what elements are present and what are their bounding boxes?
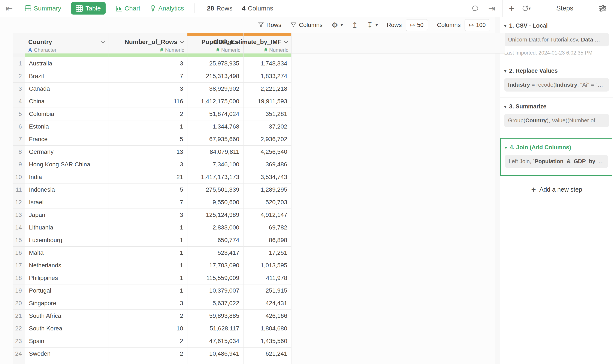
step-summary-pill[interactable]: Industry = recode(Industry, "Ai" = "… bbox=[504, 78, 609, 91]
population-cell[interactable]: 2,833,000 bbox=[187, 221, 244, 234]
population-cell[interactable]: 275,501,339 bbox=[187, 183, 244, 196]
gdp-cell[interactable]: 351,281 bbox=[244, 108, 292, 120]
filter-rows-button[interactable]: Rows bbox=[258, 22, 281, 28]
population-cell[interactable]: 650,774 bbox=[187, 234, 244, 247]
tab-analytics[interactable]: Analytics bbox=[150, 5, 184, 12]
step-summary-pill[interactable]: Unicorn Data for Tutorial.csv, Data … bbox=[504, 33, 609, 46]
population-cell[interactable]: 125,124,989 bbox=[187, 209, 244, 221]
rerun-steps-button[interactable]: ▾ bbox=[522, 5, 531, 12]
population-cell[interactable]: 10,379,007 bbox=[187, 285, 244, 297]
chevron-down-icon[interactable] bbox=[101, 41, 106, 43]
table-row[interactable]: 5 Colombia 2 51,874,024 351,281 bbox=[13, 108, 292, 120]
number-of-rows-cell[interactable]: 1 bbox=[109, 221, 187, 234]
number-of-rows-cell[interactable]: 1 bbox=[109, 259, 187, 272]
population-cell[interactable]: 51,874,024 bbox=[187, 108, 244, 120]
population-cell[interactable]: 1,344,768 bbox=[187, 120, 244, 133]
chevron-down-icon[interactable] bbox=[284, 41, 288, 43]
population-cell[interactable]: 9,550,600 bbox=[187, 196, 244, 209]
table-row[interactable]: 14 Lithuania 1 2,833,000 69,782 bbox=[13, 221, 292, 234]
country-cell[interactable]: Sweden bbox=[25, 348, 109, 360]
table-row[interactable] bbox=[13, 360, 292, 364]
number-of-rows-cell[interactable]: 1 bbox=[109, 285, 187, 297]
table-row[interactable]: 12 Israel 7 9,550,600 520,703 bbox=[13, 196, 292, 209]
gdp-cell[interactable]: 3,534,743 bbox=[244, 171, 292, 183]
table-row[interactable]: 11 Indonesia 5 275,501,339 1,289,295 bbox=[13, 183, 292, 196]
gdp-cell[interactable]: 411,978 bbox=[244, 272, 292, 285]
country-cell[interactable]: Portugal bbox=[25, 285, 109, 297]
table-row[interactable]: 7 France 5 67,935,660 2,936,702 bbox=[13, 133, 292, 146]
table-row[interactable]: 16 Malta 1 523,417 17,251 bbox=[13, 247, 292, 259]
gdp-cell[interactable]: 2,221,218 bbox=[244, 83, 292, 95]
column-header-country[interactable]: Country A Character bbox=[25, 33, 109, 53]
population-cell[interactable]: 7,346,100 bbox=[187, 158, 244, 171]
country-cell[interactable] bbox=[25, 360, 109, 364]
table-row[interactable]: 9 Hong Kong SAR China 3 7,346,100 369,48… bbox=[13, 158, 292, 171]
upload-button[interactable]: ↥ bbox=[352, 21, 358, 29]
column-header-number-of-rows[interactable]: Number_of_Rows # Numeric bbox=[109, 33, 187, 53]
population-cell[interactable]: 523,417 bbox=[187, 247, 244, 259]
gdp-cell[interactable]: 1,013,595 bbox=[244, 259, 292, 272]
table-settings-button[interactable]: ⚙ ▾ bbox=[332, 21, 343, 29]
triangle-down-icon[interactable]: ▾ bbox=[504, 23, 506, 28]
number-of-rows-cell[interactable]: 116 bbox=[109, 95, 187, 108]
gdp-cell[interactable]: 251,915 bbox=[244, 285, 292, 297]
number-of-rows-cell[interactable]: 21 bbox=[109, 171, 187, 183]
number-of-rows-cell[interactable]: 3 bbox=[109, 57, 187, 70]
table-row[interactable]: 10 India 21 1,417,173,173 3,534,743 bbox=[13, 171, 292, 183]
country-cell[interactable]: Brazil bbox=[25, 70, 109, 83]
gdp-cell[interactable]: 1,748,334 bbox=[244, 57, 292, 70]
gdp-cell[interactable]: 1,435,560 bbox=[244, 335, 292, 348]
number-of-rows-cell[interactable]: 1 bbox=[109, 234, 187, 247]
population-cell[interactable]: 67,935,660 bbox=[187, 133, 244, 146]
collapse-right-button[interactable]: ⇥ bbox=[488, 3, 495, 13]
country-cell[interactable]: Lithuania bbox=[25, 221, 109, 234]
country-cell[interactable]: France bbox=[25, 133, 109, 146]
number-of-rows-cell[interactable]: 3 bbox=[109, 209, 187, 221]
country-cell[interactable]: Canada bbox=[25, 83, 109, 95]
number-of-rows-cell[interactable]: 13 bbox=[109, 146, 187, 158]
table-row[interactable]: 2 Brazil 7 215,313,498 1,833,274 bbox=[13, 70, 292, 83]
population-cell[interactable]: 5,637,022 bbox=[187, 297, 244, 310]
gdp-cell[interactable]: 1,289,295 bbox=[244, 183, 292, 196]
country-cell[interactable]: Malta bbox=[25, 247, 109, 259]
table-row[interactable]: 8 Germany 13 84,079,811 4,256,540 bbox=[13, 146, 292, 158]
population-cell[interactable]: 84,079,811 bbox=[187, 146, 244, 158]
step-summarize[interactable]: ▾ 3. Summarize Group(Country), Value((Nu… bbox=[500, 98, 613, 133]
country-cell[interactable]: Spain bbox=[25, 335, 109, 348]
comment-button[interactable] bbox=[472, 5, 479, 12]
gdp-cell[interactable]: 19,911,593 bbox=[244, 95, 292, 108]
population-cell[interactable]: 47,615,034 bbox=[187, 335, 244, 348]
country-cell[interactable]: Germany bbox=[25, 146, 109, 158]
triangle-down-icon[interactable]: ▾ bbox=[505, 145, 507, 150]
table-row[interactable]: 13 Japan 3 125,124,989 4,912,147 bbox=[13, 209, 292, 221]
gdp-cell[interactable]: 2,936,702 bbox=[244, 133, 292, 146]
table-row[interactable]: 19 Portugal 1 10,379,007 251,915 bbox=[13, 285, 292, 297]
country-cell[interactable]: Indonesia bbox=[25, 183, 109, 196]
tab-table[interactable]: Table bbox=[71, 2, 106, 14]
gdp-cell[interactable]: 426,166 bbox=[244, 310, 292, 322]
table-row[interactable]: 4 China 116 1,412,175,000 19,911,593 bbox=[13, 95, 292, 108]
country-cell[interactable]: South Korea bbox=[25, 322, 109, 335]
number-of-rows-cell[interactable]: 3 bbox=[109, 83, 187, 95]
step-title-row[interactable]: ▾ 4. Join (Add Columns) bbox=[505, 144, 608, 151]
filter-columns-button[interactable]: Columns bbox=[291, 22, 322, 28]
step-title-row[interactable]: ▾ 3. Summarize bbox=[504, 103, 609, 110]
population-cell[interactable]: 1,412,175,000 bbox=[187, 95, 244, 108]
step-csv-local[interactable]: ▾ 1. CSV - Local Unicorn Data for Tutori… bbox=[500, 17, 613, 62]
step-join-add-columns[interactable]: ▾ 4. Join (Add Columns) Left Join, `Popu… bbox=[501, 139, 612, 175]
gdp-cell[interactable]: 4,256,540 bbox=[244, 146, 292, 158]
gdp-cell[interactable]: 424,431 bbox=[244, 297, 292, 310]
number-of-rows-cell[interactable]: 2 bbox=[109, 335, 187, 348]
gdp-cell[interactable]: 1,804,680 bbox=[244, 322, 292, 335]
step-title-row[interactable]: ▾ 1. CSV - Local bbox=[504, 23, 609, 29]
population-cell[interactable]: 51,628,117 bbox=[187, 322, 244, 335]
gdp-cell[interactable] bbox=[244, 360, 292, 364]
table-row[interactable]: 23 Spain 2 47,615,034 1,435,560 bbox=[13, 335, 292, 348]
tab-chart[interactable]: Chart bbox=[115, 5, 140, 12]
gdp-cell[interactable]: 17,251 bbox=[244, 247, 292, 259]
number-of-rows-cell[interactable]: 5 bbox=[109, 133, 187, 146]
gdp-cell[interactable]: 621,241 bbox=[244, 348, 292, 360]
number-of-rows-cell[interactable] bbox=[109, 360, 187, 364]
population-cell[interactable]: 10,486,941 bbox=[187, 348, 244, 360]
population-cell[interactable]: 25,978,935 bbox=[187, 57, 244, 70]
